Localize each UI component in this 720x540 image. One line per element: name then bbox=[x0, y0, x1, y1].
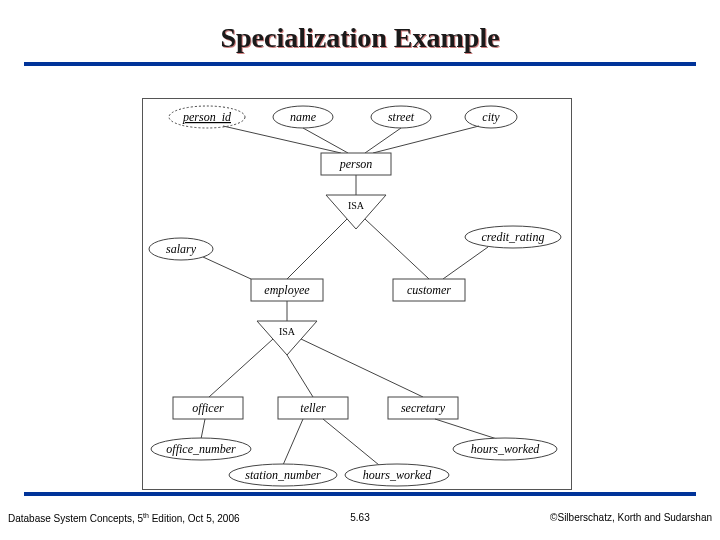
svg-line-34 bbox=[301, 339, 423, 397]
svg-text:teller: teller bbox=[300, 401, 326, 415]
svg-text:ISA: ISA bbox=[279, 326, 296, 337]
svg-line-45 bbox=[323, 419, 379, 465]
svg-line-50 bbox=[435, 419, 497, 439]
svg-line-44 bbox=[283, 419, 303, 465]
er-diagram: person_id name street city person ISA sa… bbox=[143, 99, 571, 489]
svg-line-41 bbox=[201, 419, 205, 439]
svg-text:credit_rating: credit_rating bbox=[482, 230, 545, 244]
svg-text:officer: officer bbox=[192, 401, 224, 415]
attr-station-number: station_number bbox=[229, 464, 337, 486]
entity-customer: customer bbox=[393, 279, 465, 301]
divider-bottom bbox=[24, 492, 696, 496]
svg-text:office_number: office_number bbox=[166, 442, 236, 456]
svg-text:street: street bbox=[388, 110, 415, 124]
svg-text:name: name bbox=[290, 110, 317, 124]
svg-text:station_number: station_number bbox=[245, 468, 321, 482]
entity-teller: teller bbox=[278, 397, 348, 419]
diagram-frame: person_id name street city person ISA sa… bbox=[142, 98, 572, 490]
svg-text:customer: customer bbox=[407, 283, 451, 297]
attr-name: name bbox=[273, 106, 333, 128]
entity-secretary: secretary bbox=[388, 397, 458, 419]
svg-line-33 bbox=[287, 355, 313, 397]
svg-text:hours_worked: hours_worked bbox=[471, 442, 541, 456]
attr-city: city bbox=[465, 106, 517, 128]
svg-text:person: person bbox=[339, 157, 373, 171]
svg-text:city: city bbox=[482, 110, 500, 124]
attr-credit-rating: credit_rating bbox=[465, 226, 561, 248]
attr-hours-worked-teller: hours_worked bbox=[345, 464, 449, 486]
attr-person-id: person_id bbox=[169, 106, 245, 128]
svg-text:ISA: ISA bbox=[348, 200, 365, 211]
entity-person: person bbox=[321, 153, 391, 175]
svg-text:salary: salary bbox=[166, 242, 197, 256]
isa-triangle-1: ISA bbox=[326, 195, 386, 229]
svg-line-24 bbox=[365, 219, 429, 279]
attr-street: street bbox=[371, 106, 431, 128]
svg-line-32 bbox=[209, 339, 273, 397]
divider-top bbox=[24, 62, 696, 66]
svg-text:secretary: secretary bbox=[401, 401, 446, 415]
svg-line-11 bbox=[373, 126, 479, 153]
svg-line-23 bbox=[287, 219, 347, 279]
slide-title: Specialization Example bbox=[0, 22, 720, 54]
svg-line-10 bbox=[365, 128, 401, 153]
attr-hours-worked-secretary: hours_worked bbox=[453, 438, 557, 460]
svg-text:hours_worked: hours_worked bbox=[363, 468, 433, 482]
svg-line-19 bbox=[203, 257, 251, 279]
attr-office-number: office_number bbox=[151, 438, 251, 460]
entity-officer: officer bbox=[173, 397, 243, 419]
entity-employee: employee bbox=[251, 279, 323, 301]
isa-triangle-2: ISA bbox=[257, 321, 317, 355]
svg-text:person_id: person_id bbox=[182, 110, 232, 124]
svg-text:employee: employee bbox=[264, 283, 310, 297]
footer-copyright: ©Silberschatz, Korth and Sudarshan bbox=[550, 512, 712, 523]
svg-line-22 bbox=[443, 247, 488, 279]
